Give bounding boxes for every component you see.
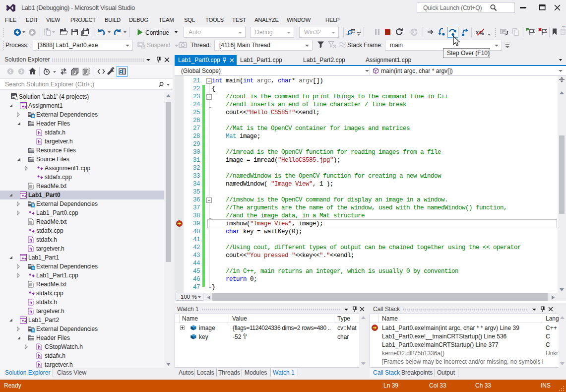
svg-text:h: h xyxy=(38,363,41,368)
svg-text:h: h xyxy=(29,238,32,243)
svg-text:h: h xyxy=(38,354,41,359)
svg-text:h: h xyxy=(38,139,41,144)
svg-text:h: h xyxy=(38,131,41,135)
svg-text:h: h xyxy=(29,300,32,305)
svg-text:h: h xyxy=(29,247,32,252)
svg-text:h: h xyxy=(29,309,32,314)
svg-text:h: h xyxy=(38,345,41,350)
